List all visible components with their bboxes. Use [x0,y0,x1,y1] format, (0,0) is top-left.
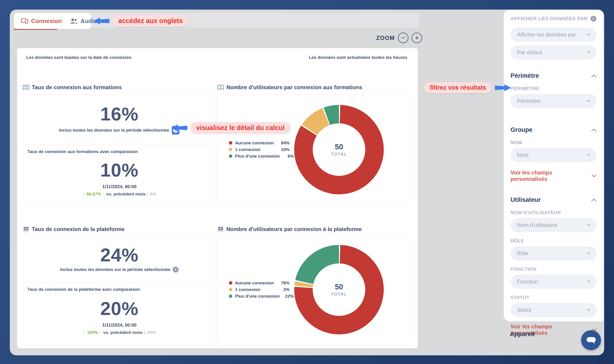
people-icon [70,18,78,24]
platform-comparison-value: 20% [100,298,139,319]
section-header-formations-rate: Taux de connexion aux formations [23,84,122,91]
groupe-nom-dropdown[interactable]: Nom [511,148,597,162]
legend-row: Aucune connexion 76% [229,281,290,286]
legend-dot [229,288,232,291]
chevron-up-icon[interactable] [591,128,597,132]
chevron-down-icon [592,174,597,177]
formations-rate-value: 16% [100,103,139,125]
chat-button[interactable] [581,330,601,350]
previous-month-value: 6% [150,192,156,197]
platform-donut-card: Aucune connexion 76% 1 connexion 2% Plus… [217,235,410,344]
role-dropdown[interactable]: Rôle [511,246,597,260]
legend-dot [229,148,232,151]
formations-rate-card: 16% Inclus toutes les données sur la pér… [23,94,216,144]
comparison-date: 1/11/2024, 00:00 [102,184,136,189]
active-tab-underline [14,29,57,30]
legend-row: Plus d'une connexion 22% [229,294,290,299]
legend-dot [229,154,232,158]
donut-legend: Aucune connexion 84% 1 connexion 10% Plu… [229,139,290,160]
chevron-down-icon [587,52,590,54]
annotation-filters: filtrez vos résultats [424,82,512,93]
formations-kpi-column: 16% Inclus toutes les données sur la pér… [23,94,216,205]
formations-donut-card: Aucune connexion 84% 1 connexion 10% Plu… [217,94,410,205]
info-icon[interactable]: i [590,16,596,22]
filters-sidebar: AFFICHER LES DONNÉES PAR i Afficher les … [504,10,603,321]
delta-up-arrow-icon: ↑ [83,330,85,335]
legend-row: 1 connexion 2% [229,287,290,292]
open-book-icon [23,84,29,90]
comparison-delta-row: ↑ 100% · vs. précédent mois : 10% [83,330,155,335]
section-perimetre: Périmètre [511,72,597,79]
groupe-nom-label: NOM [511,140,597,145]
section-appareil: Appareil [510,331,534,338]
zoom-label: ZOOM [376,35,395,41]
chevron-up-icon[interactable] [591,198,597,202]
platform-comparison-title: Taux de connexion de la plateforme avec … [28,287,140,292]
chevron-down-icon [587,34,590,36]
chevron-down-icon [587,252,590,255]
fonction-label: FONCTION [511,266,597,272]
chat-bubble-icon [586,336,596,345]
delta-value: 100% [87,330,98,335]
dashboard-card: Les données sont basées sur la date de c… [17,48,418,348]
formations-comparison-value: 10% [100,159,139,181]
arrow-left-icon [171,123,188,132]
comparison-delta-row: ↑ 66.67% · vs. précédent mois : 6% [83,192,156,197]
platform-rate-card: 24% Inclus toutes les données sur la pér… [23,235,216,282]
legend-dot [229,141,232,145]
previous-month-value: 10% [147,330,156,335]
donut-center: 50 TOTAL [313,263,365,316]
annotation-filters-bubble: filtrez vos résultats [424,82,492,93]
info-icon[interactable]: i [173,267,179,273]
arrow-right-icon [494,83,512,92]
open-book-icon [217,84,224,90]
formations-donut-chart[interactable]: 50 TOTAL [294,105,384,194]
chevron-down-icon [587,100,590,102]
perimetre-field-label: PÉRIMÈTRE [511,86,597,91]
delta-value: 66.67% [86,192,101,197]
username-dropdown[interactable]: Nom d'utilisateur [511,218,597,232]
show-data-by-label: AFFICHER LES DONNÉES PAR [511,16,588,22]
tab-connexion-label: Connexion [31,18,62,25]
legend-row: 1 connexion 10% [229,147,290,152]
zoom-in-button[interactable]: + [412,33,422,43]
chevron-up-icon[interactable] [591,74,597,78]
show-data-by-dropdown[interactable]: Afficher les données par [511,28,597,42]
chevron-down-icon [587,281,590,283]
zoom-out-button[interactable]: − [398,33,408,43]
platform-donut-chart[interactable]: 50 TOTAL [294,245,384,334]
groupe-custom-fields-link[interactable]: Voir les champs personnalisés [511,169,597,182]
platform-comparison-card: Taux de connexion de la plateforme avec … [23,283,216,344]
section-header-platform-rate: Taux de connexion de la plateforme [23,226,125,232]
chevron-down-icon [587,154,590,156]
legend-dot [229,294,232,298]
laptop-icon [23,226,29,232]
chevron-down-icon [587,309,590,311]
comparison-date: 1/11/2024, 00:00 [102,323,136,328]
annotation-tabs-bubble: accédez aux onglets [112,15,189,27]
note-data-basis: Les données sont basées sur la date de c… [26,55,132,60]
platform-rate-value: 24% [100,244,139,266]
section-groupe: Groupe [511,126,597,133]
donut-center: 50 TOTAL [313,123,365,176]
username-label: NOM D'UTILISATEUR [511,210,597,215]
section-utilisateur: Utilisateur [511,196,597,203]
section-header-formations-donut: Nombre d'utilisateurs par connexion aux … [217,84,362,91]
formations-comparison-card: Taux de connexion aux formations avec co… [23,145,216,205]
delta-up-arrow-icon: ↑ [83,192,85,197]
statut-dropdown[interactable]: Statut [511,303,597,317]
legend-row: Aucune connexion 84% [229,141,290,145]
role-label: RÔLE [511,238,597,244]
fonction-dropdown[interactable]: Fonction [511,275,597,289]
tab-connexion[interactable]: Connexion [16,13,66,29]
default-dropdown[interactable]: Par défaut [511,45,597,60]
annotation-tabs: accédez aux onglets [93,15,189,27]
donut-legend: Aucune connexion 76% 1 connexion 2% Plus… [229,279,290,300]
note-refresh: Les données sont actualisées toutes les … [309,55,407,60]
legend-dot [229,281,232,285]
platform-kpi-column: 24% Inclus toutes les données sur la pér… [23,235,216,344]
zoom-control: ZOOM − + [376,33,422,43]
annotation-calculation-bubble: visualisez le détail du calcul [190,122,291,134]
perimetre-dropdown[interactable]: Périmètre [511,94,597,108]
app-frame: Connexion Audience accédez aux onglets Z… [10,10,604,355]
